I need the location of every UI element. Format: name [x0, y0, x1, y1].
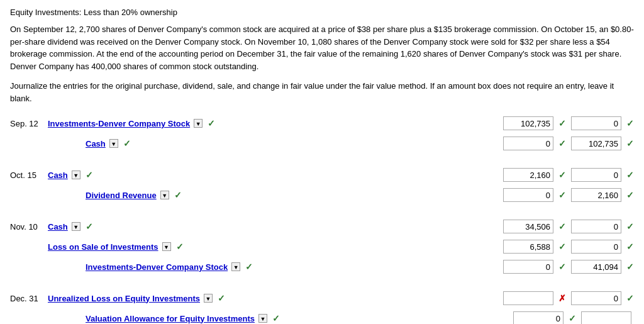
account-col-2-0: Cash▼✓: [48, 221, 498, 232]
debit-input-1-1[interactable]: [503, 188, 553, 202]
account-link-0-1[interactable]: Cash: [86, 139, 106, 148]
credit-check-1-1: ✓: [626, 190, 634, 200]
credit-group-0-0: ✓: [571, 116, 634, 130]
account-dropdown-0-0[interactable]: ▼: [194, 119, 203, 128]
account-check-3-0: ✓: [218, 293, 225, 303]
credit-input-1-0[interactable]: [571, 168, 621, 182]
debit-check-2-1: ✓: [558, 242, 566, 252]
journal-row-2-2: Investments-Denver Company Stock▼✓✓✓: [10, 258, 634, 276]
entry-group-2: Nov. 10Cash▼✓✓✓Loss on Sale of Investmen…: [10, 218, 634, 284]
journal-entries: Sep. 12Investments-Denver Company Stock▼…: [10, 115, 634, 324]
account-wrapper-2-0: Cash▼✓: [48, 221, 93, 232]
credit-input-3-1[interactable]: [581, 311, 631, 324]
account-col-0-0: Investments-Denver Company Stock▼✓: [48, 118, 498, 128]
account-col-2-1: Loss on Sale of Investments▼✓: [48, 242, 498, 252]
entry-group-0: Sep. 12Investments-Denver Company Stock▼…: [10, 115, 634, 161]
journal-row-0-0: Sep. 12Investments-Denver Company Stock▼…: [10, 115, 634, 132]
account-link-3-1[interactable]: Valuation Allowance for Equity Investmen…: [86, 314, 255, 323]
credit-check-2-0: ✓: [626, 221, 634, 232]
debit-input-3-1[interactable]: [513, 311, 564, 324]
debit-check-3-0: ✗: [558, 293, 566, 303]
debit-group-2-2: ✓: [503, 260, 566, 274]
journal-row-2-1: Loss on Sale of Investments▼✓✓✓: [10, 238, 634, 255]
debit-group-1-0: ✓: [503, 168, 566, 182]
journal-row-1-1: Dividend Revenue▼✓✓✓: [10, 186, 634, 204]
account-dropdown-2-0[interactable]: ▼: [72, 222, 80, 231]
account-check-2-0: ✓: [86, 221, 93, 232]
account-wrapper-2-2: Investments-Denver Company Stock▼✓: [86, 262, 253, 272]
account-col-1-1: Dividend Revenue▼✓: [48, 190, 498, 200]
account-col-0-1: Cash▼✓: [48, 138, 498, 148]
journal-row-2-0: Nov. 10Cash▼✓✓✓: [10, 218, 634, 235]
date-2-0: Nov. 10: [10, 222, 48, 232]
account-check-0-0: ✓: [208, 118, 215, 128]
debit-input-2-1[interactable]: [503, 240, 553, 254]
debit-group-2-1: ✓: [503, 240, 566, 254]
account-wrapper-2-1: Loss on Sale of Investments▼✓: [48, 242, 184, 252]
debit-group-3-0: ✗: [503, 291, 566, 305]
account-col-3-0: Unrealized Loss on Equity Investments▼✓: [48, 293, 498, 303]
account-link-2-0[interactable]: Cash: [48, 222, 68, 232]
entry-group-1: Oct. 15Cash▼✓✓✓Dividend Revenue▼✓✓✓: [10, 166, 634, 213]
credit-input-3-0[interactable]: [571, 291, 621, 305]
account-check-0-1: ✓: [123, 138, 131, 148]
credit-input-0-0[interactable]: [571, 116, 621, 130]
credit-check-2-1: ✓: [626, 242, 634, 252]
account-dropdown-3-1[interactable]: ▼: [258, 314, 267, 323]
date-3-0: Dec. 31: [10, 294, 48, 303]
journal-row-0-1: Cash▼✓✓✓: [10, 135, 634, 152]
account-dropdown-0-1[interactable]: ▼: [109, 139, 118, 148]
account-dropdown-3-0[interactable]: ▼: [204, 294, 213, 303]
credit-check-0-0: ✓: [626, 118, 634, 128]
credit-group-1-0: ✓: [571, 168, 634, 182]
debit-group-2-0: ✓: [503, 220, 566, 233]
debit-input-0-0[interactable]: [503, 116, 553, 130]
account-wrapper-3-1: Valuation Allowance for Equity Investmen…: [86, 313, 280, 323]
credit-check-1-0: ✓: [626, 170, 634, 180]
account-link-1-0[interactable]: Cash: [48, 170, 68, 180]
account-link-2-2[interactable]: Investments-Denver Company Stock: [86, 262, 228, 272]
journal-row-1-0: Oct. 15Cash▼✓✓✓: [10, 166, 634, 184]
account-wrapper-1-0: Cash▼✓: [48, 170, 93, 180]
account-check-1-1: ✓: [174, 190, 182, 200]
debit-check-0-1: ✓: [558, 138, 566, 148]
account-col-1-0: Cash▼✓: [48, 170, 498, 180]
account-dropdown-2-1[interactable]: ▼: [162, 242, 171, 251]
journal-row-3-0: Dec. 31Unrealized Loss on Equity Investm…: [10, 289, 634, 307]
account-wrapper-1-1: Dividend Revenue▼✓: [86, 190, 182, 200]
account-link-3-0[interactable]: Unrealized Loss on Equity Investments: [48, 294, 200, 303]
account-wrapper-0-0: Investments-Denver Company Stock▼✓: [48, 118, 215, 128]
credit-group-3-0: ✓: [571, 291, 634, 305]
credit-input-2-1[interactable]: [571, 240, 621, 254]
debit-input-0-1[interactable]: [503, 137, 553, 150]
account-check-1-0: ✓: [86, 170, 93, 180]
journal-row-3-1: Valuation Allowance for Equity Investmen…: [10, 310, 634, 324]
credit-input-2-0[interactable]: [571, 220, 621, 233]
entry-group-3: Dec. 31Unrealized Loss on Equity Investm…: [10, 289, 634, 324]
debit-input-2-0[interactable]: [503, 220, 553, 233]
credit-group-1-1: ✓: [571, 188, 634, 202]
account-link-1-1[interactable]: Dividend Revenue: [86, 191, 157, 200]
credit-input-2-2[interactable]: [571, 260, 621, 274]
debit-check-1-1: ✓: [558, 190, 566, 200]
debit-input-3-0[interactable]: [503, 291, 553, 305]
account-dropdown-2-2[interactable]: ▼: [231, 262, 240, 271]
account-link-2-1[interactable]: Loss on Sale of Investments: [48, 242, 158, 252]
debit-group-0-1: ✓: [503, 137, 566, 150]
account-check-2-1: ✓: [176, 242, 184, 252]
credit-input-0-1[interactable]: [571, 137, 621, 150]
debit-input-1-0[interactable]: [503, 168, 553, 182]
credit-group-2-0: ✓: [571, 220, 634, 233]
credit-group-0-1: ✓: [571, 137, 634, 150]
account-link-0-0[interactable]: Investments-Denver Company Stock: [48, 119, 190, 128]
account-dropdown-1-1[interactable]: ▼: [160, 191, 169, 199]
credit-group-2-1: ✓: [571, 240, 634, 254]
account-dropdown-1-0[interactable]: ▼: [72, 170, 80, 179]
credit-group-3-1: [581, 311, 634, 324]
debit-check-2-2: ✓: [558, 262, 566, 272]
date-1-0: Oct. 15: [10, 170, 48, 180]
account-check-2-2: ✓: [245, 262, 253, 272]
debit-input-2-2[interactable]: [503, 260, 553, 274]
credit-input-1-1[interactable]: [571, 188, 621, 202]
description-text: On September 12, 2,700 shares of Denver …: [10, 23, 634, 72]
